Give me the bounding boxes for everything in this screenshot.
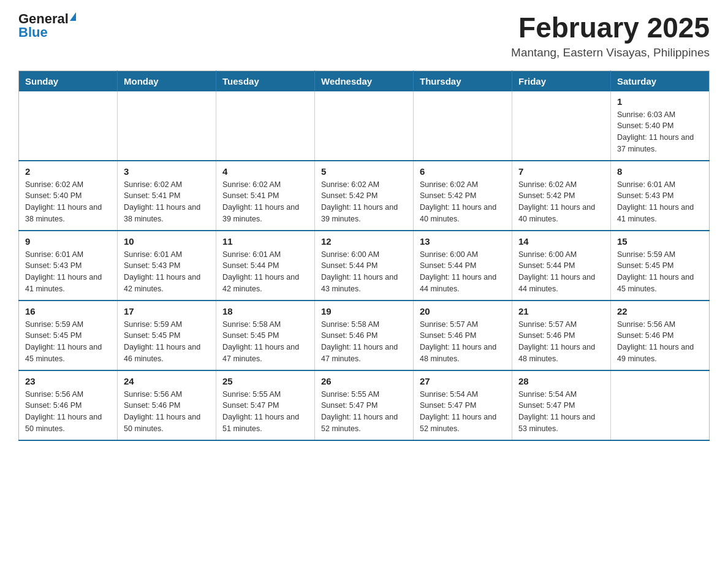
- day-info: Sunrise: 5:54 AMSunset: 5:47 PMDaylight:…: [420, 389, 506, 435]
- day-info: Sunrise: 5:57 AMSunset: 5:46 PMDaylight:…: [420, 319, 506, 365]
- day-number: 21: [518, 306, 604, 316]
- day-cell: 18Sunrise: 5:58 AMSunset: 5:45 PMDayligh…: [216, 301, 315, 370]
- day-cell: [512, 91, 611, 161]
- day-info: Sunrise: 6:02 AMSunset: 5:41 PMDaylight:…: [222, 179, 308, 225]
- day-info: Sunrise: 6:01 AMSunset: 5:44 PMDaylight:…: [222, 249, 308, 295]
- day-info: Sunrise: 6:01 AMSunset: 5:43 PMDaylight:…: [617, 179, 703, 225]
- day-info: Sunrise: 5:59 AMSunset: 5:45 PMDaylight:…: [25, 319, 111, 365]
- day-number: 3: [124, 166, 210, 177]
- day-number: 15: [617, 236, 703, 247]
- day-info: Sunrise: 5:59 AMSunset: 5:45 PMDaylight:…: [124, 319, 210, 365]
- day-number: 1: [617, 96, 703, 107]
- day-info: Sunrise: 5:55 AMSunset: 5:47 PMDaylight:…: [222, 389, 308, 435]
- weekday-header-thursday: Thursday: [414, 71, 512, 91]
- week-row-2: 2Sunrise: 6:02 AMSunset: 5:40 PMDaylight…: [19, 161, 710, 231]
- title-block: February 2025 Mantang, Eastern Visayas, …: [511, 12, 710, 59]
- day-number: 12: [321, 236, 407, 247]
- day-number: 18: [222, 306, 308, 316]
- day-number: 5: [321, 166, 407, 177]
- day-info: Sunrise: 6:00 AMSunset: 5:44 PMDaylight:…: [321, 249, 407, 295]
- day-number: 4: [222, 166, 308, 177]
- weekday-header-wednesday: Wednesday: [315, 71, 414, 91]
- day-info: Sunrise: 6:00 AMSunset: 5:44 PMDaylight:…: [420, 249, 506, 295]
- weekday-header-friday: Friday: [512, 71, 611, 91]
- week-row-4: 16Sunrise: 5:59 AMSunset: 5:45 PMDayligh…: [19, 301, 710, 370]
- day-cell: 7Sunrise: 6:02 AMSunset: 5:42 PMDaylight…: [512, 161, 611, 231]
- day-info: Sunrise: 5:58 AMSunset: 5:45 PMDaylight:…: [222, 319, 308, 365]
- day-number: 13: [420, 236, 506, 247]
- day-cell: 2Sunrise: 6:02 AMSunset: 5:40 PMDaylight…: [19, 161, 118, 231]
- day-number: 26: [321, 376, 407, 386]
- day-cell: 22Sunrise: 5:56 AMSunset: 5:46 PMDayligh…: [611, 301, 710, 370]
- day-cell: 5Sunrise: 6:02 AMSunset: 5:42 PMDaylight…: [315, 161, 414, 231]
- day-number: 24: [124, 376, 210, 386]
- day-cell: 8Sunrise: 6:01 AMSunset: 5:43 PMDaylight…: [611, 161, 710, 231]
- day-info: Sunrise: 5:54 AMSunset: 5:47 PMDaylight:…: [518, 389, 604, 435]
- day-cell: 1Sunrise: 6:03 AMSunset: 5:40 PMDaylight…: [611, 91, 710, 161]
- day-cell: [19, 91, 118, 161]
- day-number: 19: [321, 306, 407, 316]
- day-number: 22: [617, 306, 703, 316]
- day-cell: 28Sunrise: 5:54 AMSunset: 5:47 PMDayligh…: [512, 370, 611, 440]
- day-cell: 20Sunrise: 5:57 AMSunset: 5:46 PMDayligh…: [414, 301, 512, 370]
- logo-blue-text: Blue: [18, 26, 48, 39]
- month-title: February 2025: [511, 12, 710, 44]
- weekday-header-saturday: Saturday: [611, 71, 710, 91]
- weekday-header-row: SundayMondayTuesdayWednesdayThursdayFrid…: [19, 71, 710, 91]
- day-info: Sunrise: 5:57 AMSunset: 5:46 PMDaylight:…: [518, 319, 604, 365]
- day-cell: 25Sunrise: 5:55 AMSunset: 5:47 PMDayligh…: [216, 370, 315, 440]
- day-cell: 4Sunrise: 6:02 AMSunset: 5:41 PMDaylight…: [216, 161, 315, 231]
- week-row-3: 9Sunrise: 6:01 AMSunset: 5:43 PMDaylight…: [19, 231, 710, 301]
- day-info: Sunrise: 5:56 AMSunset: 5:46 PMDaylight:…: [25, 389, 111, 435]
- day-number: 20: [420, 306, 506, 316]
- day-cell: 14Sunrise: 6:00 AMSunset: 5:44 PMDayligh…: [512, 231, 611, 301]
- day-cell: 27Sunrise: 5:54 AMSunset: 5:47 PMDayligh…: [414, 370, 512, 440]
- day-cell: [216, 91, 315, 161]
- weekday-header-sunday: Sunday: [19, 71, 118, 91]
- weekday-header-monday: Monday: [118, 71, 216, 91]
- day-cell: 16Sunrise: 5:59 AMSunset: 5:45 PMDayligh…: [19, 301, 118, 370]
- day-number: 23: [25, 376, 111, 386]
- day-cell: 19Sunrise: 5:58 AMSunset: 5:46 PMDayligh…: [315, 301, 414, 370]
- day-number: 25: [222, 376, 308, 386]
- location-title: Mantang, Eastern Visayas, Philippines: [511, 46, 710, 59]
- weekday-header-tuesday: Tuesday: [216, 71, 315, 91]
- day-number: 10: [124, 236, 210, 247]
- day-info: Sunrise: 5:59 AMSunset: 5:45 PMDaylight:…: [617, 249, 703, 295]
- week-row-1: 1Sunrise: 6:03 AMSunset: 5:40 PMDaylight…: [19, 91, 710, 161]
- day-number: 28: [518, 376, 604, 386]
- day-cell: 13Sunrise: 6:00 AMSunset: 5:44 PMDayligh…: [414, 231, 512, 301]
- day-cell: 3Sunrise: 6:02 AMSunset: 5:41 PMDaylight…: [118, 161, 216, 231]
- day-info: Sunrise: 5:55 AMSunset: 5:47 PMDaylight:…: [321, 389, 407, 435]
- day-info: Sunrise: 6:02 AMSunset: 5:40 PMDaylight:…: [25, 179, 111, 225]
- calendar-table: SundayMondayTuesdayWednesdayThursdayFrid…: [18, 71, 710, 441]
- day-info: Sunrise: 6:02 AMSunset: 5:41 PMDaylight:…: [124, 179, 210, 225]
- day-cell: 10Sunrise: 6:01 AMSunset: 5:43 PMDayligh…: [118, 231, 216, 301]
- day-cell: 15Sunrise: 5:59 AMSunset: 5:45 PMDayligh…: [611, 231, 710, 301]
- day-cell: 23Sunrise: 5:56 AMSunset: 5:46 PMDayligh…: [19, 370, 118, 440]
- day-cell: [315, 91, 414, 161]
- day-number: 2: [25, 166, 111, 177]
- day-cell: 11Sunrise: 6:01 AMSunset: 5:44 PMDayligh…: [216, 231, 315, 301]
- day-cell: [118, 91, 216, 161]
- day-cell: 26Sunrise: 5:55 AMSunset: 5:47 PMDayligh…: [315, 370, 414, 440]
- day-cell: [611, 370, 710, 440]
- day-number: 8: [617, 166, 703, 177]
- day-number: 14: [518, 236, 604, 247]
- day-info: Sunrise: 6:01 AMSunset: 5:43 PMDaylight:…: [124, 249, 210, 295]
- day-number: 17: [124, 306, 210, 316]
- day-info: Sunrise: 5:56 AMSunset: 5:46 PMDaylight:…: [617, 319, 703, 365]
- day-number: 6: [420, 166, 506, 177]
- day-number: 11: [222, 236, 308, 247]
- logo: General Blue: [18, 12, 76, 39]
- day-cell: 6Sunrise: 6:02 AMSunset: 5:42 PMDaylight…: [414, 161, 512, 231]
- day-info: Sunrise: 5:56 AMSunset: 5:46 PMDaylight:…: [124, 389, 210, 435]
- day-cell: 12Sunrise: 6:00 AMSunset: 5:44 PMDayligh…: [315, 231, 414, 301]
- week-row-5: 23Sunrise: 5:56 AMSunset: 5:46 PMDayligh…: [19, 370, 710, 440]
- day-info: Sunrise: 6:02 AMSunset: 5:42 PMDaylight:…: [420, 179, 506, 225]
- day-cell: 24Sunrise: 5:56 AMSunset: 5:46 PMDayligh…: [118, 370, 216, 440]
- day-cell: 17Sunrise: 5:59 AMSunset: 5:45 PMDayligh…: [118, 301, 216, 370]
- day-number: 27: [420, 376, 506, 386]
- day-number: 7: [518, 166, 604, 177]
- day-info: Sunrise: 6:01 AMSunset: 5:43 PMDaylight:…: [25, 249, 111, 295]
